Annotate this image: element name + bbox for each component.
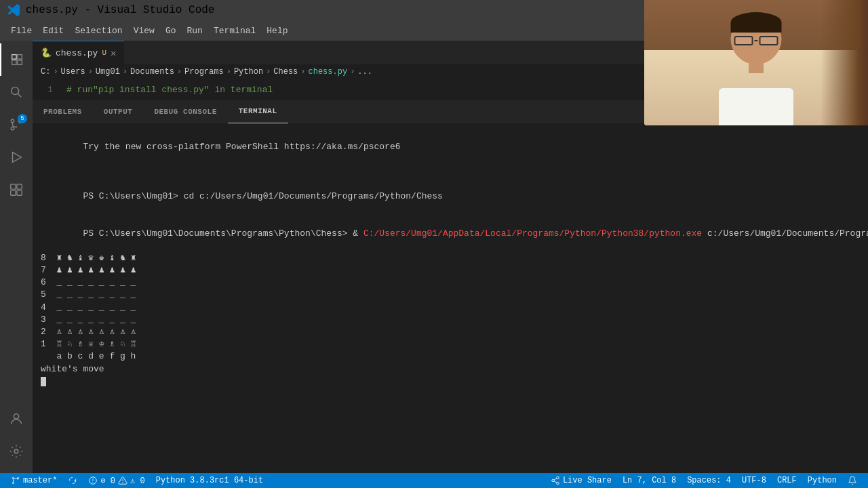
language-text: Python <box>808 476 837 485</box>
terminal-cursor-line <box>41 375 860 388</box>
vscode-logo-icon <box>7 3 20 17</box>
code-line-1: # run"pip install chess.py" in terminal <box>66 85 273 95</box>
tab-dirty: U <box>102 49 106 57</box>
svg-marker-9 <box>13 152 22 163</box>
source-control-badge: 5 <box>18 114 27 123</box>
line-number-1: 1 <box>33 85 66 95</box>
terminal-board-row3: 3 _ _ _ _ _ _ _ _ <box>41 314 860 326</box>
svg-point-17 <box>12 482 14 483</box>
svg-rect-1 <box>18 55 22 59</box>
terminal-board-row8: 8 ♜ ♞ ♝ ♛ ♚ ♝ ♞ ♜ <box>41 252 860 264</box>
sidebar-item-explorer[interactable] <box>0 43 33 76</box>
sync-icon <box>68 476 77 485</box>
svg-point-6 <box>11 119 14 123</box>
svg-point-8 <box>11 127 14 130</box>
error-icon <box>88 476 98 485</box>
branch-name: master* <box>23 476 57 485</box>
tab-filename: chess.py <box>56 48 98 58</box>
python-file-icon: 🐍 <box>41 47 52 58</box>
terminal-panel[interactable]: Try the new cross-platform PowerShell ht… <box>33 123 868 473</box>
status-ln-col[interactable]: Ln 7, Col 8 <box>617 473 682 488</box>
status-python[interactable]: Python 3.8.3rc1 64-bit <box>151 473 269 488</box>
menu-edit[interactable]: Edit <box>37 23 69 39</box>
status-live-share[interactable]: Live Share <box>545 473 617 488</box>
svg-line-5 <box>18 94 21 97</box>
breadcrumb-documents[interactable]: Documents <box>130 67 174 77</box>
breadcrumb-chess[interactable]: Chess <box>273 67 298 77</box>
svg-rect-3 <box>18 60 22 64</box>
menu-go[interactable]: Go <box>160 23 182 39</box>
menu-selection[interactable]: Selection <box>69 23 127 39</box>
tab-close-button[interactable]: ✕ <box>111 47 116 59</box>
svg-point-26 <box>557 482 559 485</box>
error-count: ⊘ 0 <box>100 476 115 486</box>
status-language[interactable]: Python <box>802 473 842 488</box>
breadcrumb-python[interactable]: Python <box>234 67 263 77</box>
activity-bar: 5 <box>0 41 33 473</box>
menu-terminal[interactable]: Terminal <box>208 23 261 39</box>
breadcrumb-more[interactable]: ... <box>357 67 372 77</box>
spaces-text: Spaces: 4 <box>687 476 731 485</box>
sidebar-item-source-control[interactable]: 5 <box>0 108 33 141</box>
sidebar-item-run[interactable] <box>0 141 33 174</box>
sidebar-item-search[interactable] <box>0 76 33 108</box>
breadcrumb-chessfile[interactable]: chess.py <box>309 67 348 77</box>
svg-point-4 <box>12 87 19 95</box>
status-branch[interactable]: master* <box>5 473 62 488</box>
warning-count: ⚠ 0 <box>130 476 145 486</box>
titlebar-text: chess.py - Visual Studio Code <box>26 4 214 16</box>
breadcrumb-c[interactable]: C: <box>41 67 50 77</box>
terminal-board-row1: 1 ♖ ♘ ♗ ♕ ♔ ♗ ♘ ♖ <box>41 338 860 350</box>
tab-problems[interactable]: PROBLEMS <box>33 100 93 123</box>
menu-run[interactable]: Run <box>181 23 208 39</box>
terminal-cursor <box>41 377 46 386</box>
terminal-cmd1: PS C:\Users\Umg01> cd c:/Users/Umg01/Doc… <box>41 178 860 216</box>
status-spaces[interactable]: Spaces: 4 <box>682 473 736 488</box>
file-tab[interactable]: 🐍 chess.py U ✕ <box>33 41 124 64</box>
breadcrumb-users[interactable]: Users <box>61 67 85 77</box>
status-notifications[interactable] <box>842 473 863 488</box>
svg-point-21 <box>93 482 94 483</box>
webcam-overlay <box>644 0 868 125</box>
svg-rect-11 <box>17 184 22 189</box>
svg-point-25 <box>552 479 555 482</box>
live-share-icon <box>551 476 560 485</box>
tab-output[interactable]: OUTPUT <box>93 100 144 123</box>
status-sync[interactable] <box>62 473 83 488</box>
status-line-ending[interactable]: CRLF <box>772 473 802 488</box>
status-encoding[interactable]: UTF-8 <box>736 473 772 488</box>
sidebar-item-account[interactable] <box>0 403 33 435</box>
terminal-board-row4: 4 _ _ _ _ _ _ _ _ <box>41 302 860 314</box>
sidebar-item-settings[interactable] <box>0 435 33 468</box>
terminal-board-row5: 5 _ _ _ _ _ _ _ _ <box>41 289 860 301</box>
webcam-video <box>644 0 868 125</box>
python-version: Python 3.8.3rc1 64-bit <box>156 476 263 485</box>
svg-line-27 <box>554 481 557 483</box>
svg-point-24 <box>557 476 559 479</box>
svg-point-15 <box>14 449 18 453</box>
status-bar: master* ⊘ 0 ⚠ 0 Python 3.8.3rc1 64-bit <box>0 473 868 488</box>
warning-icon <box>118 476 127 485</box>
tab-terminal[interactable]: TERMINAL <box>228 100 288 123</box>
terminal-board-row6: 6 _ _ _ _ _ _ _ _ <box>41 277 860 289</box>
svg-point-23 <box>122 482 123 483</box>
live-share-label: Live Share <box>563 476 612 485</box>
status-errors[interactable]: ⊘ 0 ⚠ 0 <box>83 473 150 488</box>
svg-point-14 <box>14 414 18 419</box>
breadcrumb-programs[interactable]: Programs <box>184 67 224 77</box>
svg-rect-10 <box>11 184 16 189</box>
terminal-board-row7: 7 ♟ ♟ ♟ ♟ ♟ ♟ ♟ ♟ <box>41 264 860 277</box>
menu-view[interactable]: View <box>128 23 160 39</box>
breadcrumb-umg01[interactable]: Umg01 <box>96 67 120 77</box>
tab-debug-console[interactable]: DEBUG CONSOLE <box>143 100 227 123</box>
menu-file[interactable]: File <box>5 23 37 39</box>
svg-rect-2 <box>12 60 16 64</box>
menu-help[interactable]: Help <box>261 23 293 39</box>
terminal-status: white's move <box>41 363 860 375</box>
sidebar-item-extensions[interactable] <box>0 174 33 206</box>
terminal-board-cols: a b c d e f g h <box>41 350 860 363</box>
encoding-text: UTF-8 <box>742 476 766 485</box>
svg-point-16 <box>12 477 14 479</box>
activity-bar-bottom <box>0 403 33 473</box>
terminal-intro-line: Try the new cross-platform PowerShell ht… <box>41 129 860 166</box>
